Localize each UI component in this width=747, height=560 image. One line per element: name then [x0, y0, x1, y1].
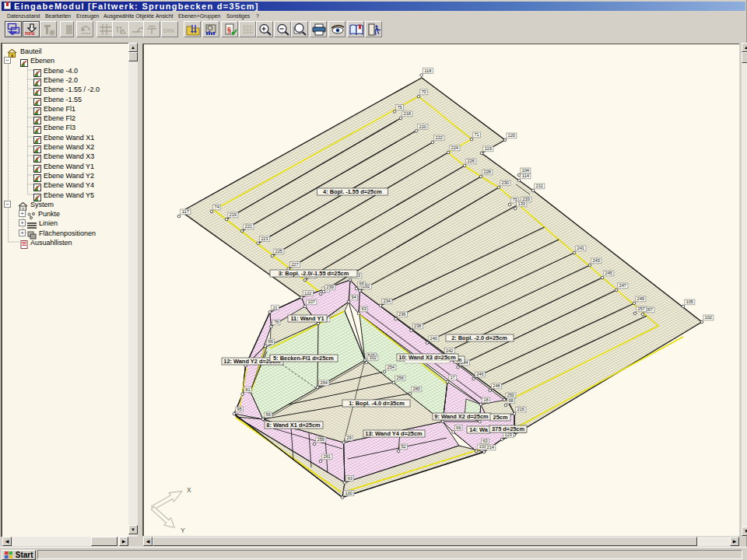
svg-text:120: 120 — [508, 133, 516, 138]
svg-text:248: 248 — [493, 383, 500, 388]
svg-text:18: 18 — [483, 397, 488, 402]
svg-text:133: 133 — [518, 201, 526, 206]
svg-text:29: 29 — [346, 436, 351, 440]
svg-text:247: 247 — [619, 283, 627, 288]
svg-text:1: Bopl. -4.0 d=35cm: 1: Bopl. -4.0 d=35cm — [349, 400, 405, 407]
svg-text:99: 99 — [456, 425, 461, 430]
svg-text:X: X — [187, 486, 191, 494]
svg-text:56: 56 — [266, 412, 271, 417]
svg-text:65: 65 — [359, 282, 364, 286]
svg-text:242: 242 — [446, 348, 454, 353]
svg-text:119: 119 — [485, 146, 492, 151]
svg-text:63: 63 — [362, 306, 366, 311]
svg-text:249: 249 — [637, 296, 645, 301]
svg-text:14: Wa: 14: Wa — [469, 426, 488, 433]
svg-text:13: Wand Y4 d=25cm: 13: Wand Y4 d=25cm — [365, 430, 423, 437]
svg-text:222: 222 — [436, 135, 444, 140]
svg-text:95: 95 — [237, 407, 242, 411]
svg-text:243: 243 — [593, 258, 601, 263]
svg-text:81: 81 — [245, 387, 250, 392]
svg-text:104: 104 — [522, 168, 530, 173]
svg-text:66: 66 — [268, 339, 273, 344]
svg-text:75: 75 — [397, 105, 402, 110]
svg-text:246: 246 — [476, 372, 484, 376]
svg-text:241: 241 — [577, 246, 585, 250]
svg-text:9: Wand X2 d=25cm: 9: Wand X2 d=25cm — [434, 413, 489, 420]
svg-text:63: 63 — [482, 439, 487, 443]
svg-text:Y: Y — [181, 527, 185, 534]
svg-text:238: 238 — [414, 324, 422, 328]
svg-text:220: 220 — [419, 124, 427, 129]
svg-text:239: 239 — [327, 285, 335, 289]
svg-text:259: 259 — [317, 437, 325, 442]
svg-text:221: 221 — [245, 224, 253, 229]
svg-text:123: 123 — [505, 432, 513, 437]
svg-text:375 d=25cm: 375 d=25cm — [492, 425, 525, 432]
svg-text:264: 264 — [321, 380, 328, 385]
svg-text:227: 227 — [291, 262, 299, 267]
svg-text:3: Bopl. -2.0/-1.55 d=25cm: 3: Bopl. -2.0/-1.55 d=25cm — [279, 270, 349, 277]
svg-text:250: 250 — [507, 393, 515, 397]
svg-text:102: 102 — [705, 315, 713, 320]
svg-text:DIN: DIN — [163, 27, 174, 34]
svg-text:302: 302 — [370, 355, 377, 360]
svg-text:214: 214 — [487, 445, 495, 450]
svg-text:254: 254 — [388, 365, 395, 369]
svg-text:240: 240 — [430, 336, 438, 341]
svg-text:70: 70 — [421, 89, 426, 94]
svg-text:78: 78 — [274, 320, 279, 324]
svg-text:230: 230 — [502, 180, 510, 185]
svg-text:114: 114 — [522, 173, 529, 178]
svg-text:216: 216 — [517, 407, 525, 411]
svg-text:71: 71 — [474, 132, 479, 137]
svg-text:257: 257 — [638, 306, 646, 311]
svg-text:11: Wand Y1: 11: Wand Y1 — [290, 315, 324, 322]
svg-text:225: 225 — [275, 249, 283, 254]
svg-text:94: 94 — [352, 295, 356, 299]
svg-text:100: 100 — [345, 491, 353, 495]
svg-text:5: Becken-Fl1 d=25cm: 5: Becken-Fl1 d=25cm — [273, 355, 334, 362]
svg-text:228: 228 — [484, 170, 492, 174]
svg-text:118: 118 — [424, 68, 431, 73]
svg-text:52: 52 — [401, 444, 405, 449]
svg-text:234: 234 — [384, 299, 391, 303]
svg-text:122: 122 — [304, 291, 312, 296]
svg-text:25cm: 25cm — [493, 414, 508, 421]
svg-text:211: 211 — [536, 184, 543, 188]
svg-text:21: 21 — [272, 306, 277, 310]
svg-text:236: 236 — [398, 312, 406, 317]
svg-text:224: 224 — [451, 145, 459, 150]
svg-text:226: 226 — [468, 159, 475, 163]
svg-text:§: § — [227, 26, 231, 33]
svg-text:17: 17 — [450, 375, 454, 380]
svg-text:neu: neu — [25, 30, 34, 36]
svg-text:219: 219 — [230, 212, 237, 217]
svg-text:256: 256 — [397, 376, 405, 380]
svg-text:93: 93 — [348, 476, 352, 481]
svg-text:2: Bopl. -2.0 d=25cm: 2: Bopl. -2.0 d=25cm — [451, 334, 507, 341]
svg-text:107: 107 — [308, 299, 316, 304]
svg-text:223: 223 — [261, 236, 268, 241]
svg-text:261: 261 — [324, 454, 331, 459]
svg-text:74: 74 — [215, 205, 219, 209]
svg-text:117: 117 — [182, 209, 189, 214]
svg-text:8: Wand X1 d=25cm: 8: Wand X1 d=25cm — [266, 422, 321, 429]
svg-text:4: Bopl. -1.55 d=25cm: 4: Bopl. -1.55 d=25cm — [323, 188, 382, 195]
svg-text:68: 68 — [508, 398, 513, 403]
svg-text:105: 105 — [686, 299, 694, 304]
svg-text:218: 218 — [404, 111, 412, 116]
svg-text:280: 280 — [413, 387, 421, 391]
svg-text:10: Wand X3 d=25cm: 10: Wand X3 d=25cm — [398, 354, 456, 361]
svg-text:245: 245 — [605, 271, 613, 275]
